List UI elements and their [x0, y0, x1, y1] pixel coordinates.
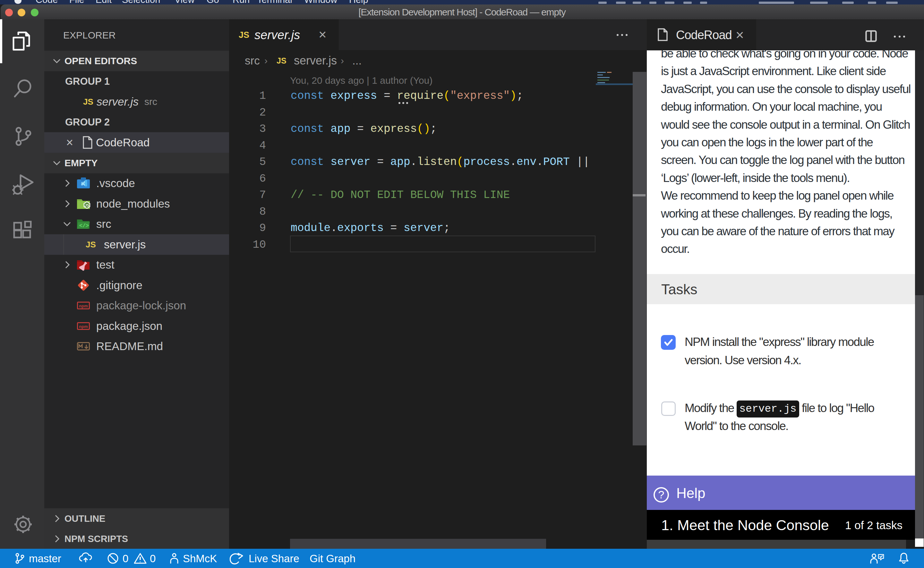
- svg-text:?: ?: [658, 488, 665, 501]
- svg-text:</>: </>: [79, 223, 89, 229]
- svg-text:npm: npm: [79, 304, 87, 308]
- svg-text:JS: JS: [85, 203, 89, 208]
- svg-text:npm: npm: [79, 324, 87, 329]
